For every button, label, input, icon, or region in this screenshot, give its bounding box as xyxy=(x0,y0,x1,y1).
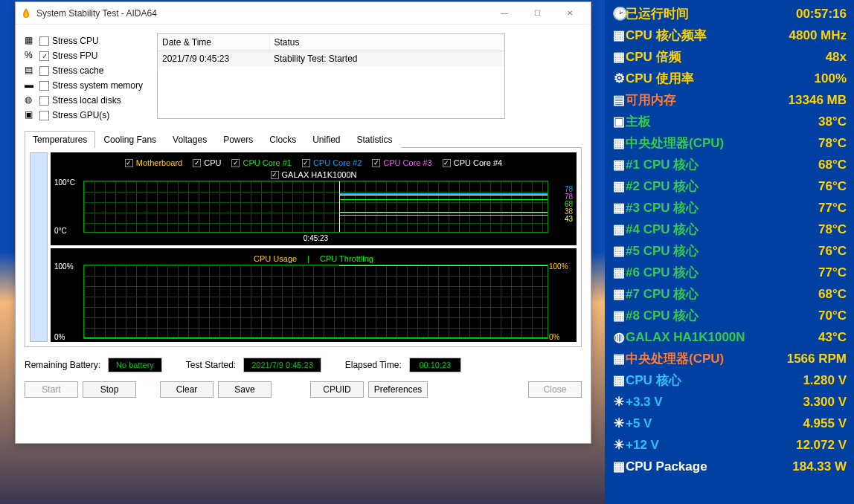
temperature-plot: 100°C 0°C 7878683843 xyxy=(83,181,548,233)
clear-button[interactable]: Clear xyxy=(160,381,214,398)
close-button[interactable]: ✕ xyxy=(553,3,586,24)
tab-voltages[interactable]: Voltages xyxy=(164,131,215,148)
sensor-row-20: ✳ +12 V 12.072 V xyxy=(612,434,847,456)
stress-option-4[interactable]: ◍ Stress local disks xyxy=(25,93,151,108)
stress-option-5[interactable]: ▣ Stress GPU(s) xyxy=(25,108,151,123)
stress-label: Stress local disks xyxy=(52,95,121,106)
app-window: System Stability Test - AIDA64 — ☐ ✕ ▦ S… xyxy=(15,1,591,444)
sensor-row-16: ▦ 中央处理器(CPU) 1566 RPM xyxy=(612,348,847,369)
stop-button[interactable]: Stop xyxy=(83,381,136,398)
legend-checkbox[interactable]: ✓ xyxy=(443,159,451,167)
legend-checkbox[interactable]: ✓ xyxy=(271,171,279,179)
sensor-label: #6 CPU 核心 xyxy=(626,264,818,281)
sensor-icon: ✳ xyxy=(612,437,626,453)
legend-item[interactable]: ✓CPU Core #2 xyxy=(302,158,362,167)
tab-temperatures[interactable]: Temperatures xyxy=(25,131,95,148)
log-table[interactable]: Date & Time Status 2021/7/9 0:45:23Stabi… xyxy=(157,33,505,119)
sensor-icon: ▦ xyxy=(612,351,626,366)
graph-panel: ✓Motherboard✓CPU✓CPU Core #1✓CPU Core #2… xyxy=(25,148,582,347)
stress-label: Stress system memory xyxy=(52,80,143,91)
titlebar[interactable]: System Stability Test - AIDA64 — ☐ ✕ xyxy=(16,2,591,25)
usage-legend: CPU Usage | CPU Throttling xyxy=(54,253,574,265)
sensor-row-21: ▦ CPU Package 184.33 W xyxy=(612,456,847,477)
sensor-row-0: 🕑 已运行时间 00:57:16 xyxy=(612,3,847,25)
checkbox[interactable]: ✓ xyxy=(39,51,49,61)
cache-icon: ▤ xyxy=(25,65,36,77)
usage-graph: CPU Usage | CPU Throttling 100% 0% 100% … xyxy=(51,248,577,342)
tab-clocks[interactable]: Clocks xyxy=(261,131,304,148)
sensor-icon: ▦ xyxy=(612,459,626,474)
close-app-button[interactable]: Close xyxy=(528,381,582,398)
sensor-value: 78°C xyxy=(818,136,847,151)
sensor-label: 中央处理器(CPU) xyxy=(626,350,787,367)
legend-checkbox[interactable]: ✓ xyxy=(302,159,310,167)
status-row: Remaining Battery: No battery Test Start… xyxy=(25,358,582,372)
checkbox[interactable] xyxy=(39,36,49,46)
legend-item[interactable]: ✓CPU Core #4 xyxy=(443,158,502,167)
legend-item[interactable]: ✓CPU Core #3 xyxy=(372,158,431,167)
stress-option-1[interactable]: % ✓ Stress FPU xyxy=(25,48,151,63)
legend-checkbox[interactable]: ✓ xyxy=(125,159,133,167)
temp-y-top: 100°C xyxy=(54,178,83,187)
stress-option-3[interactable]: ▬ Stress system memory xyxy=(25,78,151,93)
checkbox[interactable] xyxy=(39,81,49,91)
preferences-button[interactable]: Preferences xyxy=(368,381,428,398)
legend-checkbox[interactable]: ✓ xyxy=(372,159,380,167)
legend-item[interactable]: ✓Motherboard xyxy=(125,158,182,167)
sensor-row-9: ▦ #3 CPU 核心 77°C xyxy=(612,197,847,219)
sensor-label: GALAX HA1K1000N xyxy=(626,330,818,345)
sensor-value: 77°C xyxy=(818,201,847,216)
stress-option-0[interactable]: ▦ Stress CPU xyxy=(25,33,151,48)
temperature-legend: ✓Motherboard✓CPU✓CPU Core #1✓CPU Core #2… xyxy=(54,157,574,169)
graph-slider[interactable] xyxy=(30,152,48,342)
legend-item[interactable]: ✓GALAX HA1K1000N xyxy=(271,170,357,179)
stress-option-2[interactable]: ▤ Stress cache xyxy=(25,63,151,78)
tab-cooling-fans[interactable]: Cooling Fans xyxy=(95,131,164,148)
tab-unified[interactable]: Unified xyxy=(304,131,348,148)
start-button[interactable]: Start xyxy=(25,381,78,398)
log-header-status[interactable]: Status xyxy=(269,34,504,51)
sensor-value: 3.300 V xyxy=(803,395,847,410)
sensor-value: 00:57:16 xyxy=(796,7,847,22)
sensor-value: 4800 MHz xyxy=(789,28,847,43)
tab-powers[interactable]: Powers xyxy=(215,131,261,148)
sensor-value: 1.280 V xyxy=(803,373,847,388)
sensor-icon: ▦ xyxy=(612,49,626,65)
tab-statistics[interactable]: Statistics xyxy=(349,131,401,148)
minimize-button[interactable]: — xyxy=(488,3,521,24)
sensor-label: 已运行时间 xyxy=(626,5,796,22)
sensor-label: CPU 核心频率 xyxy=(626,27,789,44)
sensor-value: 76°C xyxy=(818,179,847,194)
log-datetime: 2021/7/9 0:45:23 xyxy=(158,51,269,67)
sensor-value: 68°C xyxy=(818,158,847,172)
stress-options: ▦ Stress CPU% ✓ Stress FPU▤ Stress cache… xyxy=(25,33,151,123)
sensor-row-10: ▦ #4 CPU 核心 78°C xyxy=(612,219,847,240)
checkbox[interactable] xyxy=(39,66,49,76)
sensor-value: 100% xyxy=(815,71,847,86)
log-row[interactable]: 2021/7/9 0:45:23Stability Test: Started xyxy=(158,51,504,67)
sensor-label: #7 CPU 核心 xyxy=(626,285,818,303)
sensor-value: 13346 MB xyxy=(789,93,847,108)
sensor-row-18: ✳ +3.3 V 3.300 V xyxy=(612,391,847,413)
maximize-button[interactable]: ☐ xyxy=(521,3,553,24)
legend-label: CPU Core #1 xyxy=(243,158,291,167)
sensor-row-6: ▦ 中央处理器(CPU) 78°C xyxy=(612,132,847,154)
temp-reading: 43 xyxy=(565,216,573,223)
sensor-row-11: ▦ #5 CPU 核心 76°C xyxy=(612,240,847,262)
cpuid-button[interactable]: CPUID xyxy=(310,381,364,398)
sensor-icon: ▦ xyxy=(612,222,626,237)
sensor-label: 可用内存 xyxy=(626,91,789,109)
sensor-label: CPU 倍频 xyxy=(626,48,826,65)
legend-checkbox[interactable]: ✓ xyxy=(231,159,240,167)
sensor-value: 12.072 V xyxy=(796,438,847,453)
legend-checkbox[interactable]: ✓ xyxy=(193,159,201,167)
checkbox[interactable] xyxy=(39,111,49,120)
legend-item[interactable]: ✓CPU Core #1 xyxy=(231,158,291,167)
sensor-label: CPU 使用率 xyxy=(626,70,815,87)
checkbox[interactable] xyxy=(39,96,49,106)
tabs: TemperaturesCooling FansVoltagesPowersCl… xyxy=(25,130,582,148)
log-header-datetime[interactable]: Date & Time xyxy=(158,34,269,51)
sensor-label: #3 CPU 核心 xyxy=(626,199,818,216)
legend-item[interactable]: ✓CPU xyxy=(193,158,221,167)
save-button[interactable]: Save xyxy=(218,381,272,398)
